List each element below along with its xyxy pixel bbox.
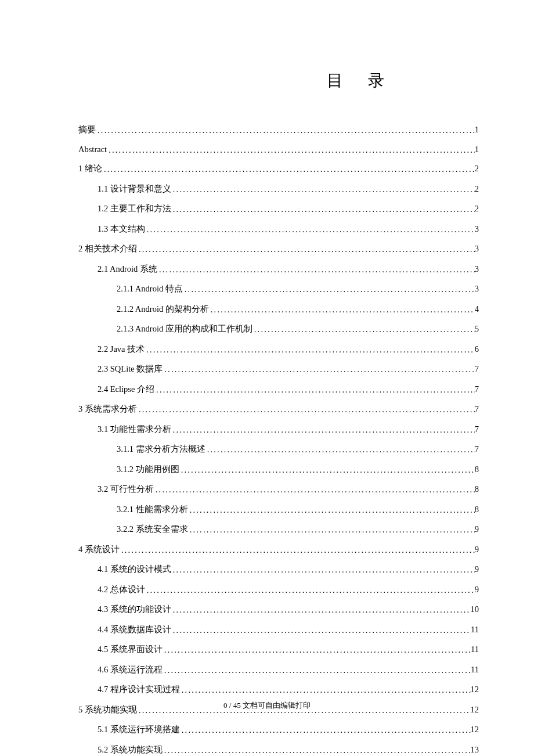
toc-entry-page: 2 (475, 164, 479, 174)
table-of-contents: 摘要1Abstract11 绪论21.1 设计背景和意义21.2 主要工作和方法… (78, 124, 479, 755)
toc-entry-text: 2.3 SQLite 数据库 (98, 363, 163, 375)
toc-leader-dots (171, 185, 475, 195)
toc-entry-text: 2.1.2 Android 的架构分析 (117, 304, 209, 315)
toc-entry-text: 3 系统需求分析 (78, 404, 137, 415)
toc-entry-text: 2.1.1 Android 特点 (117, 283, 183, 294)
toc-entry-text: 2.2 Java 技术 (98, 344, 145, 355)
toc-entry-text: 2 相关技术介绍 (78, 243, 137, 254)
toc-entry-page: 8 (475, 484, 479, 494)
toc-entry: 4.3 系统的功能设计10 (78, 604, 479, 615)
toc-entry-text: 4.6 系统运行流程 (98, 664, 163, 675)
toc-leader-dots (205, 445, 475, 455)
toc-entry-text: 4.2 总体设计 (98, 584, 145, 595)
toc-leader-dots (179, 465, 475, 475)
toc-entry: 5.2 系统功能实现13 (78, 744, 479, 755)
toc-leader-dots (145, 225, 475, 235)
toc-entry: 3.2 可行性分析8 (78, 484, 479, 495)
toc-entry-page: 7 (475, 404, 479, 414)
toc-leader-dots (145, 345, 475, 355)
toc-entry: 3.2.2 系统安全需求9 (78, 524, 479, 535)
toc-entry-text: 4.5 系统界面设计 (98, 644, 163, 655)
toc-leader-dots (163, 645, 471, 655)
toc-entry-text: 1.2 主要工作和方法 (98, 203, 171, 214)
toc-leader-dots (154, 385, 475, 395)
toc-entry-page: 7 (475, 424, 479, 434)
toc-leader-dots (171, 605, 471, 615)
document-page: 目 录 摘要1Abstract11 绪论21.1 设计背景和意义21.2 主要工… (0, 0, 534, 756)
toc-leader-dots (163, 665, 471, 675)
toc-entry: 4.6 系统运行流程11 (78, 664, 479, 675)
toc-entry: 1.3 本文结构3 (78, 224, 479, 235)
toc-entry-page: 9 (475, 545, 479, 555)
toc-entry: 2.2 Java 技术6 (78, 344, 479, 355)
toc-entry: 4.1 系统的设计模式9 (78, 564, 479, 575)
toc-entry-text: 1.3 本文结构 (98, 224, 145, 235)
toc-leader-dots (171, 425, 475, 435)
toc-entry-page: 9 (475, 564, 479, 574)
toc-entry-text: Abstract (78, 145, 107, 154)
toc-entry-page: 1 (475, 125, 479, 135)
toc-entry-page: 12 (471, 685, 479, 694)
toc-entry: 2.1.3 Android 应用的构成和工作机制5 (78, 323, 479, 334)
toc-leader-dots (171, 204, 475, 214)
toc-leader-dots (154, 485, 475, 495)
toc-entry: 5.1 系统运行环境搭建12 (78, 724, 479, 735)
toc-entry-page: 3 (475, 264, 479, 274)
toc-entry-text: 2.1.3 Android 应用的构成和工作机制 (117, 323, 252, 334)
toc-entry-text: 3.1 功能性需求分析 (98, 424, 171, 435)
toc-leader-dots (252, 325, 475, 334)
toc-entry-page: 6 (475, 344, 479, 354)
toc-entry-page: 7 (475, 444, 479, 454)
toc-entry: 2.1 Android 系统3 (78, 264, 479, 275)
toc-leader-dots (137, 405, 475, 415)
toc-entry: 3.1 功能性需求分析7 (78, 424, 479, 435)
toc-leader-dots (183, 285, 475, 294)
toc-entry-text: 4.1 系统的设计模式 (98, 564, 171, 575)
toc-entry: 3.2.1 性能需求分析8 (78, 504, 479, 515)
toc-leader-dots (163, 746, 471, 755)
toc-leader-dots (145, 585, 475, 595)
toc-leader-dots (180, 685, 471, 695)
toc-entry: 4.5 系统界面设计11 (78, 644, 479, 655)
toc-entry: Abstract1 (78, 145, 479, 154)
toc-entry-page: 3 (475, 284, 479, 294)
toc-entry-page: 3 (475, 244, 479, 254)
toc-entry: 1 绪论2 (78, 163, 479, 174)
toc-leader-dots (171, 565, 475, 575)
toc-entry-page: 12 (471, 725, 479, 735)
toc-entry-text: 2.4 Eclipse 介绍 (98, 384, 154, 395)
toc-entry-page: 8 (475, 505, 479, 514)
toc-leader-dots (102, 164, 475, 174)
toc-entry-page: 5 (475, 324, 479, 334)
toc-entry-page: 1 (475, 145, 479, 154)
toc-leader-dots (180, 725, 471, 735)
toc-entry: 4.7 程序设计实现过程12 (78, 684, 479, 695)
toc-entry-page: 11 (471, 625, 479, 635)
toc-entry-text: 3.1.2 功能用例图 (117, 464, 179, 475)
toc-entry-text: 3.2.2 系统安全需求 (117, 524, 188, 535)
toc-entry-page: 10 (471, 604, 479, 614)
toc-entry-page: 11 (471, 645, 479, 654)
toc-entry-page: 2 (475, 204, 479, 214)
toc-entry-text: 2.1 Android 系统 (98, 264, 157, 275)
page-footer: 0 / 45 文档可自由编辑打印 (0, 700, 534, 711)
toc-entry-text: 3.1.1 需求分析方法概述 (117, 444, 205, 455)
toc-entry: 2.3 SQLite 数据库7 (78, 363, 479, 375)
toc-title: 目 录 (78, 70, 479, 92)
toc-entry: 3 系统需求分析7 (78, 404, 479, 415)
toc-leader-dots (137, 244, 475, 254)
toc-entry-page: 3 (475, 224, 479, 234)
toc-entry: 2 相关技术介绍3 (78, 243, 479, 254)
toc-entry-page: 8 (475, 465, 479, 474)
toc-entry-page: 9 (475, 524, 479, 534)
toc-leader-dots (188, 525, 475, 535)
toc-leader-dots (188, 505, 475, 515)
toc-entry-text: 3.2.1 性能需求分析 (117, 504, 188, 515)
toc-entry: 4.2 总体设计9 (78, 584, 479, 595)
toc-entry-page: 7 (475, 384, 479, 394)
toc-entry: 1.1 设计背景和意义2 (78, 183, 479, 195)
toc-leader-dots (96, 125, 475, 135)
toc-entry: 4.4 系统数据库设计11 (78, 624, 479, 635)
toc-entry-text: 4.4 系统数据库设计 (98, 624, 171, 635)
toc-entry-text: 1.1 设计背景和意义 (98, 183, 171, 195)
